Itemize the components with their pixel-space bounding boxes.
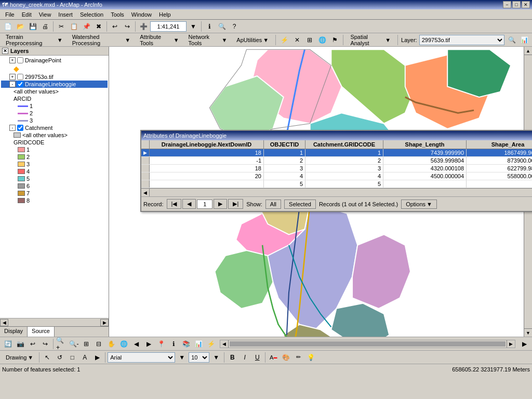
bt5[interactable]: 🔍+ [56,338,67,350]
record-first-button[interactable]: |◀ [167,199,182,209]
table-row-3[interactable]: 18 3 3 4320.000108 622799.985668 [141,165,532,172]
text-arrow[interactable]: ▶ [91,352,103,363]
drainagepoint-checkbox[interactable] [17,57,23,63]
drainagelineboggie-checkbox[interactable] [17,81,23,87]
bt16[interactable]: 📊 [193,338,204,350]
menu-view[interactable]: View [36,10,55,19]
map-hscrollbar[interactable]: ◀ ▶ [220,340,515,348]
shadow-button[interactable]: 💡 [305,352,316,363]
layer-drainagelineboggie[interactable]: - DrainageLineboggie [1,81,108,88]
scale-input[interactable] [150,21,187,32]
tool3[interactable]: ⊞ [304,34,315,46]
copy-button[interactable]: 📋 [68,21,79,32]
table-row-2[interactable]: -1 2 2 5639.999804 873900.001140 [141,157,532,165]
bold-button[interactable]: B [227,352,238,363]
underline-button[interactable]: U [251,352,263,363]
tool4[interactable]: 🌐 [317,34,327,46]
raster-expand[interactable]: + [9,74,16,80]
scale-dropdown[interactable]: ▼ [188,21,199,32]
layer-raster[interactable]: + 299753o.tif [1,73,108,81]
layers-collapse-button[interactable]: ✕ [2,48,8,54]
add-data-button[interactable]: ➕ [138,21,149,32]
record-prev-button[interactable]: ◀ [182,199,196,209]
layer-tool2[interactable]: 📊 [520,34,530,46]
layer-select[interactable]: 299753o.tif [419,35,505,45]
catchment-checkbox[interactable] [17,125,23,131]
attr-hscroll-left[interactable]: ◀ [141,189,150,196]
scroll-right-button[interactable]: ▶ [100,319,109,326]
bt14[interactable]: ℹ [168,338,179,350]
drawing-button[interactable]: Drawing ▼ [2,352,37,363]
minimize-button[interactable]: − [503,1,511,8]
bt17[interactable]: ⚡ [205,338,217,350]
tool5[interactable]: ⚑ [329,34,340,46]
attribute-table-header[interactable]: Attributes of DrainageLineboggie − □ ✕ [141,131,532,140]
record-next-button[interactable]: ▶ [214,199,227,209]
line-color-button[interactable]: ✏ [292,352,304,363]
drainage-expand[interactable]: - [9,81,16,87]
network-tools-button[interactable]: Network Tools ▼ [185,34,231,46]
bt9[interactable]: ✋ [105,338,117,350]
open-button[interactable]: 📂 [15,21,26,32]
menu-file[interactable]: File [2,10,18,19]
tool2[interactable]: ✕ [291,34,302,46]
bt12[interactable]: ▶ [143,338,154,350]
row-selector-5[interactable] [141,180,150,188]
col-header-shapearea[interactable]: Shape_Area [467,140,532,149]
col-header-gridcode[interactable]: Catchment.GRIDCODE [305,140,383,149]
ap-utilities-button[interactable]: ApUtilities ▼ [233,34,272,46]
layer-drainagepoint[interactable]: + DrainagePoint [1,57,108,64]
watershed-processing-button[interactable]: Watershed Processing ▼ [69,34,135,46]
bt1[interactable]: 🔄 [2,338,14,350]
maximize-button[interactable]: □ [512,1,521,8]
font-size-dropdown[interactable]: ▼ [210,352,222,363]
row-selector-2[interactable] [141,157,150,164]
layer-tool1[interactable]: 🔍 [507,34,517,46]
show-selected-button[interactable]: Selected [284,200,316,209]
show-all-button[interactable]: All [265,200,281,209]
fill-color-button[interactable]: 🎨 [280,352,291,363]
text-tool[interactable]: A [79,352,90,363]
cut-button[interactable]: ✂ [56,21,67,32]
menu-insert[interactable]: Insert [55,10,76,19]
map-scroll-up-button[interactable]: ▲ [524,47,532,55]
bt8[interactable]: ⊟ [93,338,104,350]
identify-button[interactable]: ℹ [204,21,215,32]
save-button[interactable]: 💾 [27,21,38,32]
menu-selection[interactable]: Selection [77,10,107,19]
row-selector-1[interactable]: ▶ [141,149,150,156]
tool1[interactable]: ⚡ [279,34,289,46]
menu-window[interactable]: Window [128,10,155,19]
map-scroll-down-button[interactable]: ▼ [524,328,532,337]
paste-button[interactable]: 📌 [81,21,92,32]
undo-button[interactable]: ↩ [109,21,121,32]
bt10[interactable]: 🌐 [118,338,129,350]
font-name-dropdown[interactable]: ▼ [176,352,188,363]
table-row-5[interactable]: 5 5 [141,180,532,188]
map-hscroll-right[interactable]: ▶ [507,340,515,348]
menu-tools[interactable]: Tools [108,10,127,19]
find-button[interactable]: 🔍 [216,21,228,32]
row-selector-4[interactable] [141,172,150,180]
tab-source[interactable]: Source [28,327,55,337]
record-nav[interactable]: |◀ ◀ ▶ ▶| [167,199,244,209]
bt6[interactable]: 🔍- [68,338,79,350]
tips-button[interactable]: ? [229,21,240,32]
catchment-expand[interactable]: - [9,125,16,131]
map-hscroll-left[interactable]: ◀ [220,340,229,348]
drainagepoint-expand[interactable]: + [9,57,16,63]
titlebar-controls[interactable]: − □ ✕ [503,1,530,8]
menu-help[interactable]: Help [156,10,174,19]
italic-button[interactable]: I [239,352,250,363]
font-color-button[interactable]: A▬ [268,352,279,363]
rotate-tool[interactable]: ↺ [54,352,65,363]
bt15[interactable]: 📚 [180,338,192,350]
print-button[interactable]: 🖨 [39,21,51,32]
menu-edit[interactable]: Edit [19,10,35,19]
table-row-4[interactable]: 20 4 4 4500.000004 558000.007760 [141,172,532,180]
bt7[interactable]: ⊞ [81,338,92,350]
terrain-preprocessing-button[interactable]: Terrain Preprocessing ▼ [2,34,66,46]
spatial-analyst-button[interactable]: Spatial Analyst ▼ [347,34,394,46]
bt3[interactable]: ↩ [27,338,38,350]
raster-checkbox[interactable] [17,74,23,80]
